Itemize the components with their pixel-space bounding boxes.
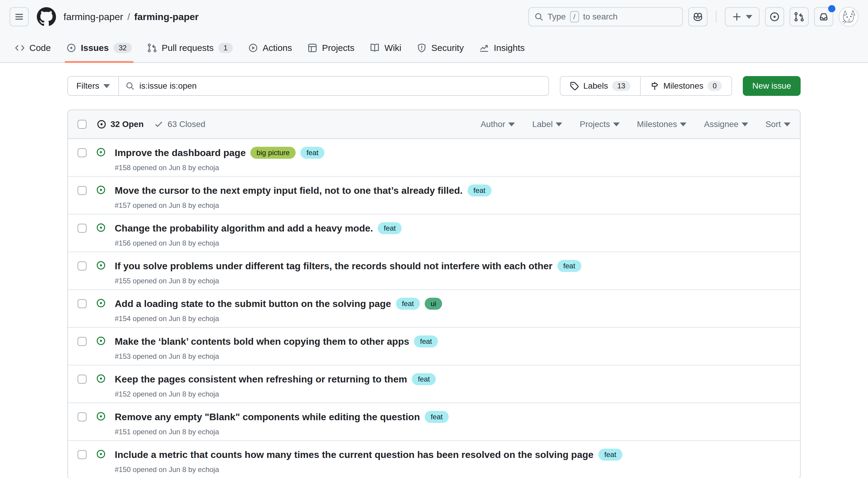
search-placeholder-suffix: to search bbox=[583, 12, 618, 22]
github-logo-icon[interactable] bbox=[36, 7, 56, 27]
projects-dropdown[interactable]: Projects bbox=[580, 120, 619, 129]
issue-title-link[interactable]: Add a loading state to the submit button… bbox=[115, 298, 391, 309]
tab-wiki[interactable]: Wiki bbox=[364, 34, 407, 62]
closed-count-label: 63 Closed bbox=[167, 120, 205, 129]
issue-title-link[interactable]: Make the ‘blank’ contents bold when copy… bbox=[115, 336, 409, 347]
filters-dropdown-button[interactable]: Filters bbox=[68, 77, 119, 95]
table-icon bbox=[308, 43, 317, 53]
milestones-dropdown[interactable]: Milestones bbox=[637, 120, 687, 129]
issue-checkbox[interactable] bbox=[78, 224, 87, 233]
issue-row: Change the probability algorithm and add… bbox=[68, 215, 800, 252]
label-dropdown[interactable]: Label bbox=[532, 120, 562, 129]
shield-icon bbox=[417, 43, 427, 53]
tab-insights[interactable]: Insights bbox=[473, 34, 530, 62]
search-placeholder-prefix: Type bbox=[548, 12, 566, 22]
issue-label[interactable]: feat bbox=[598, 449, 622, 460]
tab-code[interactable]: Code bbox=[9, 34, 57, 62]
open-closed-toggle: 32 Open 63 Closed bbox=[97, 120, 206, 129]
milestone-icon bbox=[650, 82, 659, 91]
issue-checkbox[interactable] bbox=[78, 450, 87, 459]
breadcrumb-owner-link[interactable]: farming-paper bbox=[63, 11, 123, 23]
issue-checkbox[interactable] bbox=[78, 412, 87, 421]
issue-title-link[interactable]: Improve the dashboard page bbox=[115, 147, 246, 158]
global-search-input[interactable]: Type / to search bbox=[528, 7, 683, 26]
issue-title-link[interactable]: Move the cursor to the next empty input … bbox=[115, 185, 463, 196]
triangle-down-icon bbox=[784, 123, 790, 126]
open-issue-icon bbox=[96, 185, 106, 195]
issue-opened-icon bbox=[770, 12, 780, 22]
hamburger-menu-button[interactable] bbox=[9, 7, 29, 26]
tab-pull-requests[interactable]: Pull requests 1 bbox=[142, 34, 239, 62]
milestones-button[interactable]: Milestones 0 bbox=[640, 77, 732, 95]
your-pull-requests-button[interactable] bbox=[789, 7, 809, 26]
tab-security[interactable]: Security bbox=[411, 34, 470, 62]
tab-projects[interactable]: Projects bbox=[302, 34, 360, 62]
git-pull-request-icon bbox=[147, 43, 157, 53]
issue-label[interactable]: ui bbox=[425, 298, 442, 310]
issue-label[interactable]: big picture bbox=[250, 147, 296, 159]
issue-label[interactable]: feat bbox=[557, 260, 581, 272]
breadcrumb: farming-paper / farming-paper bbox=[63, 11, 198, 23]
issue-checkbox[interactable] bbox=[78, 148, 87, 157]
issue-checkbox[interactable] bbox=[78, 186, 87, 195]
issue-label[interactable]: feat bbox=[414, 336, 438, 347]
inbox-button[interactable] bbox=[814, 7, 833, 26]
labels-button[interactable]: Labels 13 bbox=[560, 77, 640, 95]
tab-actions[interactable]: Actions bbox=[242, 34, 298, 62]
issue-meta: #152 opened on Jun 8 by echoja bbox=[115, 390, 436, 398]
your-issues-button[interactable] bbox=[765, 7, 784, 26]
issue-search-input[interactable] bbox=[139, 77, 542, 95]
open-issues-toggle[interactable]: 32 Open bbox=[97, 120, 144, 129]
tab-label: Projects bbox=[322, 43, 354, 53]
issue-checkbox[interactable] bbox=[78, 261, 87, 270]
issue-meta: #151 opened on Jun 8 by echoja bbox=[115, 428, 449, 436]
triangle-down-icon bbox=[613, 123, 620, 126]
issue-meta: #158 opened on Jun 8 by echoja bbox=[115, 163, 324, 172]
tab-label: Actions bbox=[263, 43, 292, 53]
issue-label[interactable]: feat bbox=[396, 298, 420, 310]
issue-title-link[interactable]: Remove any empty "Blank" components whil… bbox=[115, 411, 420, 423]
open-issue-icon bbox=[96, 336, 106, 346]
issues-count-badge: 32 bbox=[114, 43, 132, 53]
sort-dropdown[interactable]: Sort bbox=[766, 120, 790, 129]
issue-search-group: Filters bbox=[67, 76, 549, 96]
labels-milestones-group: Labels 13 Milestones 0 bbox=[560, 76, 732, 96]
tab-label: Pull requests bbox=[162, 43, 214, 53]
avatar[interactable] bbox=[839, 7, 859, 27]
breadcrumb-repo-link[interactable]: farming-paper bbox=[134, 11, 198, 23]
issue-row: Improve the dashboard page big picture f… bbox=[68, 139, 800, 177]
issue-checkbox[interactable] bbox=[78, 337, 87, 346]
issue-title-link[interactable]: Keep the pages consistent when refreshin… bbox=[115, 374, 407, 385]
issue-title-link[interactable]: Change the probability algorithm and add… bbox=[115, 223, 373, 234]
triangle-down-icon bbox=[746, 15, 752, 19]
issue-title-link[interactable]: If you solve problems under different ta… bbox=[115, 260, 553, 272]
search-icon bbox=[125, 82, 134, 91]
select-all-checkbox[interactable] bbox=[78, 120, 87, 129]
open-issue-icon bbox=[96, 223, 106, 232]
issue-row: Move the cursor to the next empty input … bbox=[68, 177, 800, 215]
issue-label[interactable]: feat bbox=[301, 147, 324, 159]
issue-opened-icon bbox=[66, 43, 76, 53]
issue-row: Keep the pages consistent when refreshin… bbox=[68, 365, 800, 403]
issue-label[interactable]: feat bbox=[468, 185, 492, 196]
closed-issues-toggle[interactable]: 63 Closed bbox=[154, 120, 205, 129]
create-new-button[interactable] bbox=[725, 7, 760, 26]
hamburger-icon bbox=[14, 12, 24, 22]
tab-label: Wiki bbox=[384, 43, 401, 53]
issue-label[interactable]: feat bbox=[425, 411, 449, 423]
new-issue-button[interactable]: New issue bbox=[743, 76, 801, 96]
issue-checkbox[interactable] bbox=[78, 299, 87, 308]
author-dropdown[interactable]: Author bbox=[480, 120, 515, 129]
issue-checkbox[interactable] bbox=[78, 375, 87, 384]
issue-label[interactable]: feat bbox=[378, 222, 402, 234]
copilot-button[interactable] bbox=[688, 7, 708, 26]
open-issue-icon bbox=[96, 261, 106, 270]
issue-title-link[interactable]: Include a metric that counts how many ti… bbox=[115, 449, 594, 460]
graph-icon bbox=[479, 43, 489, 53]
slash-key-hint: / bbox=[570, 11, 579, 23]
assignee-dropdown[interactable]: Assignee bbox=[704, 120, 748, 129]
issue-label[interactable]: feat bbox=[412, 373, 436, 385]
issue-row: Remove any empty "Blank" components whil… bbox=[68, 403, 800, 441]
header-divider bbox=[716, 11, 716, 23]
tab-issues[interactable]: Issues 32 bbox=[61, 34, 138, 62]
